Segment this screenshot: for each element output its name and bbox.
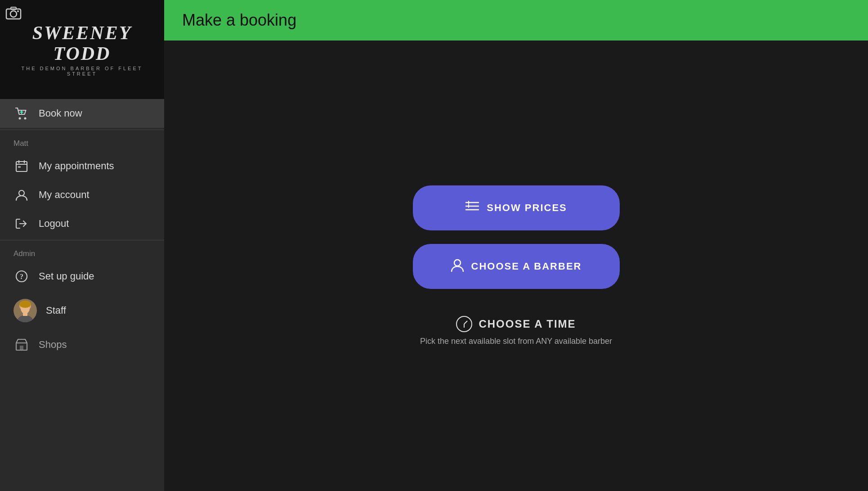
sidebar-item-shops[interactable]: Shops	[0, 330, 164, 359]
camera-icon[interactable]	[5, 5, 22, 23]
choose-barber-label: CHOOSE A BARBER	[471, 261, 582, 272]
choose-time-row: CHOOSE A TIME	[456, 316, 576, 332]
my-account-label: My account	[39, 189, 89, 201]
logo-area: Sweeney Todd The Demon Barber of Fleet S…	[0, 0, 164, 99]
sidebar-item-logout[interactable]: Logout	[0, 209, 164, 238]
nav-divider-2	[0, 240, 164, 240]
logout-label: Logout	[39, 218, 69, 230]
svg-rect-21	[23, 312, 27, 316]
svg-text:?: ?	[20, 273, 23, 280]
calendar-icon	[13, 160, 30, 172]
brand-logo: Sweeney Todd The Demon Barber of Fleet S…	[9, 23, 155, 77]
top-bar: Make a booking	[164, 0, 868, 41]
svg-rect-8	[16, 162, 27, 171]
choose-time-section: CHOOSE A TIME Pick the next available sl…	[420, 316, 612, 346]
svg-point-3	[17, 10, 19, 12]
svg-point-1	[10, 11, 17, 17]
choose-time-label: CHOOSE A TIME	[479, 318, 576, 330]
cart-icon	[13, 107, 30, 120]
choose-barber-button[interactable]: CHOOSE A BARBER	[413, 244, 620, 289]
svg-point-5	[24, 117, 27, 120]
svg-point-20	[19, 301, 31, 308]
clock-icon	[456, 316, 472, 332]
show-prices-label: SHOW PRICES	[487, 202, 567, 214]
sidebar-item-setup-guide[interactable]: ? Set up guide	[0, 262, 164, 291]
book-now-label: Book now	[39, 108, 82, 119]
choose-time-subtitle: Pick the next available slot from ANY av…	[420, 337, 612, 346]
account-icon	[13, 189, 30, 201]
logo-main-text: Sweeney Todd	[9, 23, 155, 64]
svg-rect-12	[18, 166, 21, 168]
sidebar-item-my-appointments[interactable]: My appointments	[0, 152, 164, 180]
svg-point-13	[19, 190, 24, 196]
sidebar: Sweeney Todd The Demon Barber of Fleet S…	[0, 0, 164, 491]
nav-divider-1	[0, 130, 164, 130]
staff-avatar	[13, 299, 37, 322]
content-area: SHOW PRICES CHOOSE A BARBER CHOOSE A TIM…	[164, 41, 868, 491]
logo-sub-text: The Demon Barber of Fleet Street	[9, 66, 155, 77]
barber-icon	[451, 258, 464, 275]
price-list-icon	[465, 200, 479, 216]
section-user-label: Matt	[0, 132, 164, 152]
staff-label: Staff	[46, 305, 66, 316]
sidebar-item-my-account[interactable]: My account	[0, 180, 164, 209]
section-admin-label: Admin	[0, 242, 164, 262]
svg-rect-2	[11, 7, 16, 9]
sidebar-item-staff[interactable]: Staff	[0, 291, 164, 330]
svg-rect-23	[20, 346, 23, 350]
sidebar-item-book-now[interactable]: Book now	[0, 99, 164, 128]
svg-point-29	[454, 260, 461, 266]
main-content: Make a booking SHOW PRICES	[164, 0, 868, 491]
show-prices-button[interactable]: SHOW PRICES	[413, 185, 620, 230]
sidebar-nav: Book now Matt My appointments	[0, 99, 164, 491]
my-appointments-label: My appointments	[39, 160, 114, 172]
svg-point-4	[19, 117, 21, 120]
shops-icon	[13, 338, 30, 351]
setup-guide-label: Set up guide	[39, 270, 94, 282]
help-icon: ?	[13, 270, 30, 283]
shops-label: Shops	[39, 339, 67, 351]
page-title: Make a booking	[182, 11, 296, 30]
logout-icon	[13, 217, 30, 230]
